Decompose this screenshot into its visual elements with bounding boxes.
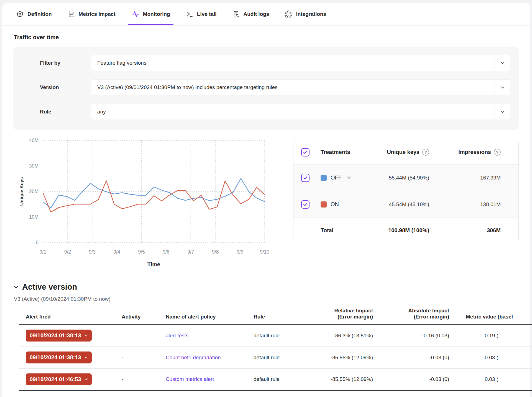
active-version-title: Active version bbox=[22, 282, 77, 292]
svg-text:Unique Keys: Unique Keys bbox=[19, 177, 24, 206]
alert-row: 09/10/2024 01:38:13 - Count bet1 degrada… bbox=[19, 347, 532, 368]
off-impressions: 167.99M bbox=[438, 175, 511, 181]
alert-policy-link[interactable]: Custom metrics alert bbox=[166, 376, 214, 382]
filter-row-filter-by: Filter by Feature flag versions bbox=[22, 55, 510, 71]
chevron-down-icon[interactable] bbox=[495, 104, 510, 120]
treatments-column-header: Treatments bbox=[321, 149, 365, 155]
default-treatment-icon: ✳ bbox=[347, 175, 351, 181]
alerts-table: Alert fired Activity Name of alert polic… bbox=[19, 308, 532, 391]
col-relative-impact: Relative Impact (Error margin) bbox=[298, 308, 378, 325]
metrics-impact-icon bbox=[68, 11, 75, 18]
alert-row: 09/10/2024 01:38:13 - alert tests defaul… bbox=[19, 325, 532, 347]
treatments-total-row: Total 100.98M (100%) 306M bbox=[293, 218, 518, 243]
version-label: Version bbox=[22, 84, 91, 90]
alert-policy-link[interactable]: Count bet1 degradation bbox=[166, 355, 221, 360]
filter-row-rule: Rule any bbox=[22, 104, 510, 120]
rule-value: any bbox=[91, 109, 495, 115]
alert-rule: default rule bbox=[241, 347, 298, 368]
off-series-swatch bbox=[321, 175, 327, 181]
filter-by-value: Feature flag versions bbox=[91, 60, 495, 66]
treatment-on-checkbox[interactable] bbox=[301, 200, 310, 209]
alert-absolute-impact: -0.16 (0.03) bbox=[378, 325, 457, 347]
tab-definition[interactable]: Definition bbox=[17, 3, 52, 25]
alerts-header-row: Alert fired Activity Name of alert polic… bbox=[19, 308, 532, 325]
svg-text:9/8: 9/8 bbox=[212, 249, 219, 255]
total-label: Total bbox=[321, 227, 365, 234]
help-icon[interactable]: ? bbox=[494, 149, 501, 156]
svg-text:10M: 10M bbox=[29, 214, 39, 220]
integrations-puzzle-icon bbox=[285, 11, 292, 18]
tab-metrics-impact[interactable]: Metrics impact bbox=[68, 3, 116, 25]
svg-text:0: 0 bbox=[36, 240, 39, 245]
filter-by-select[interactable]: Feature flag versions bbox=[91, 55, 510, 71]
on-unique-keys: 45.54M (45.10%) bbox=[365, 201, 438, 208]
svg-text:9/5: 9/5 bbox=[138, 249, 145, 255]
svg-text:9/1: 9/1 bbox=[40, 249, 46, 255]
unique-keys-column-header: Unique keys bbox=[387, 149, 420, 155]
alert-activity: - bbox=[114, 368, 150, 390]
treatment-off-checkbox[interactable] bbox=[301, 174, 310, 182]
tab-audit-logs[interactable]: Audit logs bbox=[233, 3, 269, 25]
impressions-column-header: Impressions bbox=[458, 149, 491, 155]
svg-text:9/6: 9/6 bbox=[163, 249, 169, 255]
alert-rule: default rule bbox=[241, 368, 298, 390]
traffic-chart: 9/19/29/39/49/59/69/79/89/99/10010M20M30… bbox=[16, 136, 277, 273]
version-select[interactable]: V3 (Active) (09/01/2024 01:30PM to now) … bbox=[91, 79, 510, 95]
total-impressions: 306M bbox=[438, 227, 511, 234]
filter-panel: Filter by Feature flag versions Version … bbox=[13, 47, 519, 130]
chevron-down-icon bbox=[84, 333, 88, 338]
alert-fired-badge[interactable]: 09/10/2024 01:38:13 bbox=[26, 330, 92, 342]
active-version-toggle[interactable]: Active version bbox=[13, 282, 530, 292]
chevron-down-icon bbox=[84, 377, 88, 381]
tab-integrations[interactable]: Integrations bbox=[285, 3, 326, 25]
treatments-header-row: Treatments Unique keys? Impressions? bbox=[293, 140, 518, 165]
definition-icon bbox=[17, 11, 24, 18]
treatments-table: Treatments Unique keys? Impressions? OFF… bbox=[293, 140, 519, 243]
alert-rule: default rule bbox=[241, 325, 298, 347]
svg-text:30M: 30M bbox=[29, 163, 39, 169]
off-unique-keys: 55.44M (54.90%) bbox=[365, 175, 438, 181]
total-unique-keys: 100.98M (100%) bbox=[365, 227, 438, 234]
alert-metric-value: 0.03 ( bbox=[457, 368, 532, 390]
treatments-select-all-checkbox[interactable] bbox=[301, 148, 310, 156]
on-impressions: 138.01M bbox=[438, 201, 511, 208]
page-title: Traffic over time bbox=[14, 34, 530, 41]
tab-label: Metrics impact bbox=[79, 11, 116, 17]
col-policy: Name of alert policy bbox=[150, 308, 241, 325]
svg-text:20M: 20M bbox=[29, 189, 39, 194]
svg-text:9/4: 9/4 bbox=[114, 249, 121, 255]
chevron-down-icon[interactable] bbox=[495, 55, 510, 71]
alert-activity: - bbox=[114, 325, 150, 347]
tab-monitoring[interactable]: Monitoring bbox=[132, 3, 170, 25]
alert-absolute-impact: -0.03 (0) bbox=[378, 368, 457, 390]
alert-row: 09/10/2024 01:46:53 - Custom metrics ale… bbox=[19, 368, 532, 390]
version-value: V3 (Active) (09/01/2024 01:30PM to now) … bbox=[91, 84, 495, 90]
monitoring-pulse-icon bbox=[132, 10, 139, 18]
svg-text:9/7: 9/7 bbox=[187, 249, 194, 255]
svg-text:9/10: 9/10 bbox=[260, 249, 269, 255]
active-version-subtitle: V3 (Active) (09/10/2024 01:30PM to now) bbox=[14, 296, 530, 302]
tab-live-tail[interactable]: Live tail bbox=[186, 3, 217, 25]
tab-label: Audit logs bbox=[244, 11, 269, 17]
terminal-icon bbox=[186, 11, 193, 18]
tab-bar: Definition Metrics impact Monitoring Liv… bbox=[2, 3, 530, 26]
alert-metric-value: 0.03 ( bbox=[457, 347, 532, 368]
rule-label: Rule bbox=[22, 109, 91, 115]
filter-row-version: Version V3 (Active) (09/01/2024 01:30PM … bbox=[22, 79, 510, 95]
svg-text:9/3: 9/3 bbox=[89, 249, 96, 255]
main-panel: Definition Metrics impact Monitoring Liv… bbox=[2, 3, 530, 397]
help-icon[interactable]: ? bbox=[422, 149, 429, 156]
tab-label: Integrations bbox=[296, 11, 326, 17]
svg-text:9/2: 9/2 bbox=[64, 249, 71, 255]
alert-metric-value: 0.19 ( bbox=[457, 325, 532, 347]
tab-label: Definition bbox=[27, 11, 52, 17]
col-metric-value: Metric value (basel bbox=[457, 308, 532, 325]
alert-absolute-impact: -0.03 (0) bbox=[378, 347, 457, 368]
alert-policy-link[interactable]: alert tests bbox=[166, 333, 188, 338]
chevron-down-icon[interactable] bbox=[495, 80, 510, 95]
treatment-name: OFF bbox=[331, 175, 342, 181]
rule-select[interactable]: any bbox=[91, 104, 510, 120]
svg-text:Time: Time bbox=[147, 261, 160, 267]
alert-fired-badge[interactable]: 09/10/2024 01:38:13 bbox=[26, 352, 92, 363]
alert-fired-badge[interactable]: 09/10/2024 01:46:53 bbox=[26, 373, 92, 385]
